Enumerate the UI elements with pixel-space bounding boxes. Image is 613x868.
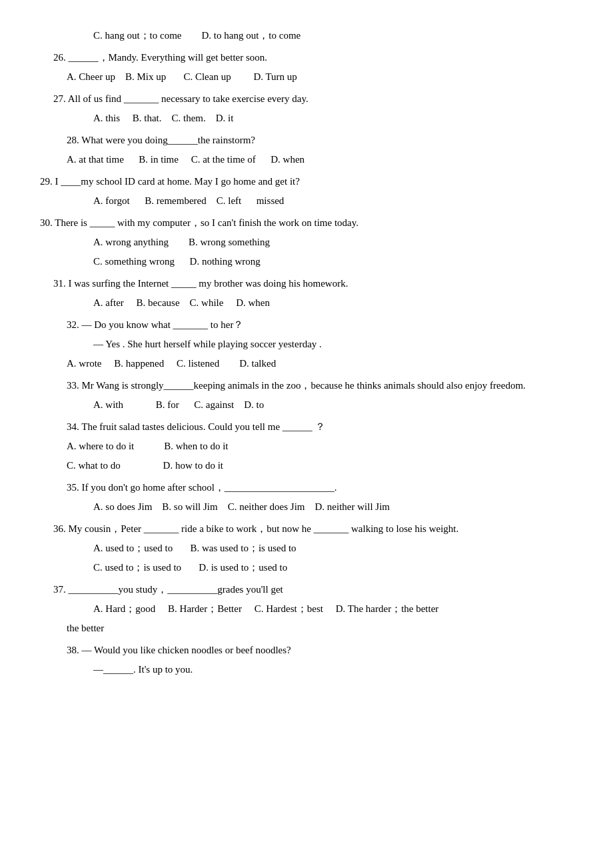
q31-options: A. after B. because C. while D. when (93, 294, 573, 312)
q28-options: A. at that time B. in time C. at the tim… (67, 151, 573, 169)
q26-options: A. Cheer up B. Mix up C. Clean up D. Tur… (67, 68, 573, 86)
q26-text: 26. ______，Mandy. Everything will get be… (53, 49, 573, 67)
q30-options-ab: A. wrong anything B. wrong something (93, 233, 573, 251)
q28-text: 28. What were you doing______the rainsto… (67, 131, 573, 149)
q33-text: 33. Mr Wang is strongly______keeping ani… (67, 377, 573, 395)
q34-options-ab: A. where to do it B. when to do it (67, 437, 573, 455)
q37-options-ab: A. Hard；good B. Harder；Better C. Hardest… (93, 600, 573, 618)
q27-options: A. this B. that. C. them. D. it (93, 109, 573, 127)
q35-text: 35. If you don't go home after school，__… (67, 479, 573, 497)
q33-options: A. with B. for C. against D. to (93, 396, 573, 414)
q37-text: 37. __________you study，__________grades… (53, 581, 573, 599)
q29-text: 29. I ____my school ID card at home. May… (40, 173, 573, 191)
q32-options: A. wrote B. happened C. listened D. talk… (67, 355, 573, 373)
q38-followup: —______. It's up to you. (93, 661, 573, 679)
q35-options: A. so does Jim B. so will Jim C. neither… (93, 498, 573, 516)
q32-text: 32. — Do you know what _______ to her？ (67, 316, 573, 334)
q34-text: 34. The fruit salad tastes delicious. Co… (67, 418, 573, 436)
q29-options: A. forgot B. remembered C. left missed (93, 192, 573, 210)
prev-option-cd: C. hang out；to come D. to hang out，to co… (93, 27, 573, 45)
q36-options-ab: A. used to；used to B. was used to；is use… (93, 539, 573, 557)
q30-text: 30. There is _____ with my computer，so I… (40, 214, 573, 232)
q37-options-d-cont: the better (67, 619, 573, 637)
q30-options-cd: C. something wrong D. nothing wrong (93, 253, 573, 271)
q36-text: 36. My cousin，Peter _______ ride a bike … (53, 520, 573, 538)
q27-text: 27. All of us find _______ necessary to … (53, 90, 573, 108)
q36-options-cd: C. used to；is used to D. is used to；used… (93, 559, 573, 577)
prev-option-d: D. to hang out，to come (201, 30, 301, 41)
q31-text: 31. I was surfing the Internet _____ my … (53, 275, 573, 293)
q38-text: 38. — Would you like chicken noodles or … (67, 641, 573, 659)
prev-option-c: C. hang out；to come (93, 30, 181, 41)
q34-options-cd: C. what to do D. how to do it (67, 457, 573, 475)
exam-content: C. hang out；to come D. to hang out，to co… (40, 27, 573, 679)
q32-followup: — Yes . She hurt herself while playing s… (93, 335, 573, 353)
